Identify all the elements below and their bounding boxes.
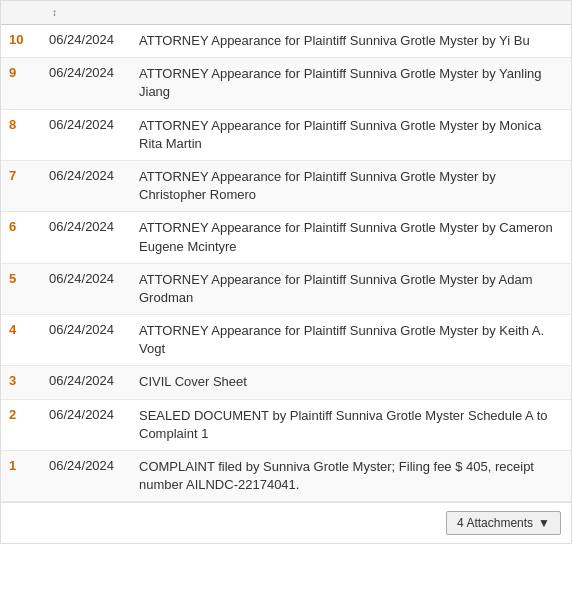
row-date: 06/24/2024 [49, 407, 139, 422]
row-date: 06/24/2024 [49, 322, 139, 337]
row-description: ATTORNEY Appearance for Plaintiff Sunniv… [139, 219, 563, 255]
dropdown-icon: ▼ [538, 516, 550, 530]
row-description: ATTORNEY Appearance for Plaintiff Sunniv… [139, 271, 563, 307]
table-row[interactable]: 4 06/24/2024 ATTORNEY Appearance for Pla… [1, 315, 571, 366]
row-description: ATTORNEY Appearance for Plaintiff Sunniv… [139, 65, 563, 101]
row-number: 8 [9, 117, 49, 132]
table-row[interactable]: 5 06/24/2024 ATTORNEY Appearance for Pla… [1, 264, 571, 315]
row-number: 7 [9, 168, 49, 183]
row-description: SEALED DOCUMENT by Plaintiff Sunniva Gro… [139, 407, 563, 443]
row-date: 06/24/2024 [49, 65, 139, 80]
row-description: ATTORNEY Appearance for Plaintiff Sunniv… [139, 32, 563, 50]
attachments-label: 4 Attachments [457, 516, 533, 530]
row-number: 10 [9, 32, 49, 47]
row-description: ATTORNEY Appearance for Plaintiff Sunniv… [139, 117, 563, 153]
attachments-row: 4 Attachments ▼ [1, 502, 571, 543]
row-description: CIVIL Cover Sheet [139, 373, 563, 391]
sort-icon[interactable]: ↕ [52, 7, 57, 18]
row-number: 1 [9, 458, 49, 473]
row-description: COMPLAINT filed by Sunniva Grotle Myster… [139, 458, 563, 494]
table-row[interactable]: 7 06/24/2024 ATTORNEY Appearance for Pla… [1, 161, 571, 212]
attachments-button[interactable]: 4 Attachments ▼ [446, 511, 561, 535]
table-row[interactable]: 8 06/24/2024 ATTORNEY Appearance for Pla… [1, 110, 571, 161]
row-date: 06/24/2024 [49, 271, 139, 286]
row-date: 06/24/2024 [49, 168, 139, 183]
document-table: ↕ 10 06/24/2024 ATTORNEY Appearance for … [0, 0, 572, 544]
row-date: 06/24/2024 [49, 458, 139, 473]
col-description [139, 7, 563, 18]
row-number: 6 [9, 219, 49, 234]
row-number: 4 [9, 322, 49, 337]
row-number: 5 [9, 271, 49, 286]
col-num [9, 7, 49, 18]
row-description: ATTORNEY Appearance for Plaintiff Sunniv… [139, 322, 563, 358]
row-date: 06/24/2024 [49, 219, 139, 234]
table-row[interactable]: 1 06/24/2024 COMPLAINT filed by Sunniva … [1, 451, 571, 502]
table-header: ↕ [1, 1, 571, 25]
table-body: 10 06/24/2024 ATTORNEY Appearance for Pl… [1, 25, 571, 502]
col-date[interactable]: ↕ [49, 7, 139, 18]
row-number: 3 [9, 373, 49, 388]
table-row[interactable]: 2 06/24/2024 SEALED DOCUMENT by Plaintif… [1, 400, 571, 451]
row-date: 06/24/2024 [49, 117, 139, 132]
row-date: 06/24/2024 [49, 373, 139, 388]
table-row[interactable]: 6 06/24/2024 ATTORNEY Appearance for Pla… [1, 212, 571, 263]
row-description: ATTORNEY Appearance for Plaintiff Sunniv… [139, 168, 563, 204]
table-row[interactable]: 10 06/24/2024 ATTORNEY Appearance for Pl… [1, 25, 571, 58]
row-number: 9 [9, 65, 49, 80]
row-number: 2 [9, 407, 49, 422]
table-row[interactable]: 3 06/24/2024 CIVIL Cover Sheet [1, 366, 571, 399]
table-row[interactable]: 9 06/24/2024 ATTORNEY Appearance for Pla… [1, 58, 571, 109]
row-date: 06/24/2024 [49, 32, 139, 47]
